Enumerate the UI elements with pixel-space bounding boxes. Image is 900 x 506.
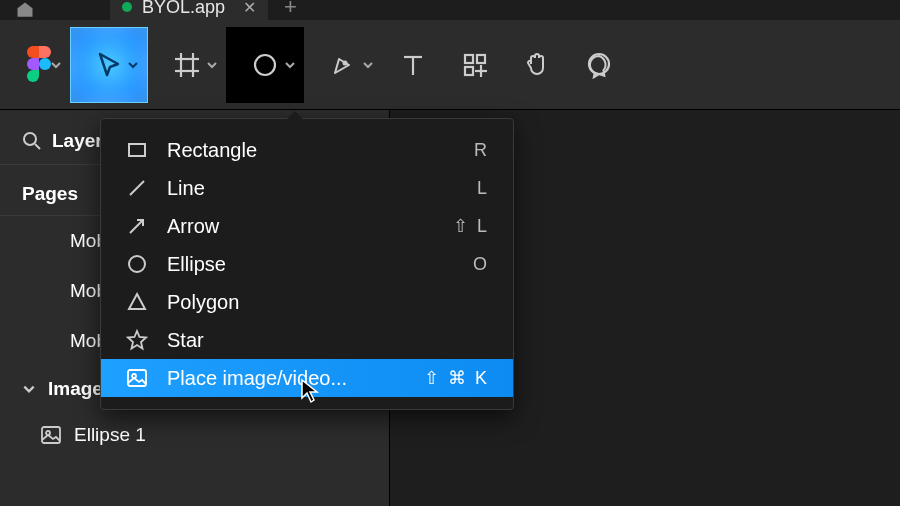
search-icon	[22, 131, 42, 151]
svg-point-22	[129, 256, 145, 272]
shape-tool-menu: Rectangle R Line L Arrow ⇧ L Ellipse O P…	[100, 118, 514, 410]
polygon-icon	[125, 290, 149, 314]
tab-title: BYOL.app	[142, 0, 225, 18]
pen-tool-button[interactable]	[304, 27, 382, 103]
image-icon	[125, 366, 149, 390]
toolbar	[0, 20, 900, 110]
svg-line-20	[130, 181, 144, 195]
menu-item-star[interactable]: Star	[101, 321, 513, 359]
frame-tool-button[interactable]	[148, 27, 226, 103]
chevron-down-icon	[284, 59, 296, 71]
svg-line-21	[130, 220, 143, 233]
svg-rect-23	[128, 370, 146, 386]
line-icon	[125, 176, 149, 200]
main-menu-button[interactable]	[8, 27, 70, 103]
text-tool-button[interactable]	[382, 27, 444, 103]
file-tab[interactable]: BYOL.app ✕	[110, 0, 268, 20]
chevron-down-icon	[50, 59, 62, 71]
home-tab[interactable]	[0, 0, 50, 20]
svg-line-16	[35, 144, 40, 149]
resources-button[interactable]	[444, 27, 506, 103]
arrow-icon	[125, 214, 149, 238]
menu-item-arrow[interactable]: Arrow ⇧ L	[101, 207, 513, 245]
svg-rect-17	[42, 427, 60, 443]
chevron-down-icon	[206, 59, 218, 71]
component-dot-icon	[122, 2, 132, 12]
chevron-down-icon	[127, 59, 139, 71]
hand-tool-button[interactable]	[506, 27, 568, 103]
svg-point-15	[24, 133, 36, 145]
mouse-cursor	[300, 378, 322, 404]
menu-item-ellipse[interactable]: Ellipse O	[101, 245, 513, 283]
menu-item-line[interactable]: Line L	[101, 169, 513, 207]
close-tab-icon[interactable]: ✕	[243, 0, 256, 17]
new-tab-button[interactable]: +	[268, 0, 313, 14]
chevron-down-icon	[22, 382, 36, 396]
svg-point-6	[344, 61, 347, 64]
star-icon	[125, 328, 149, 352]
shape-tool-button[interactable]	[226, 27, 304, 103]
comment-tool-button[interactable]	[568, 27, 630, 103]
svg-rect-19	[129, 144, 145, 156]
rectangle-icon	[125, 138, 149, 162]
tab-bar: BYOL.app ✕ +	[0, 0, 900, 20]
menu-item-polygon[interactable]: Polygon	[101, 283, 513, 321]
ellipse-icon	[125, 252, 149, 276]
chevron-down-icon	[362, 59, 374, 71]
svg-rect-9	[465, 55, 473, 63]
svg-point-5	[255, 55, 275, 75]
svg-rect-10	[477, 55, 485, 63]
move-tool-button[interactable]	[70, 27, 148, 103]
layer-item[interactable]: Ellipse 1	[0, 412, 389, 458]
svg-rect-11	[465, 67, 473, 75]
menu-item-rectangle[interactable]: Rectangle R	[101, 131, 513, 169]
image-layer-icon	[40, 424, 62, 446]
